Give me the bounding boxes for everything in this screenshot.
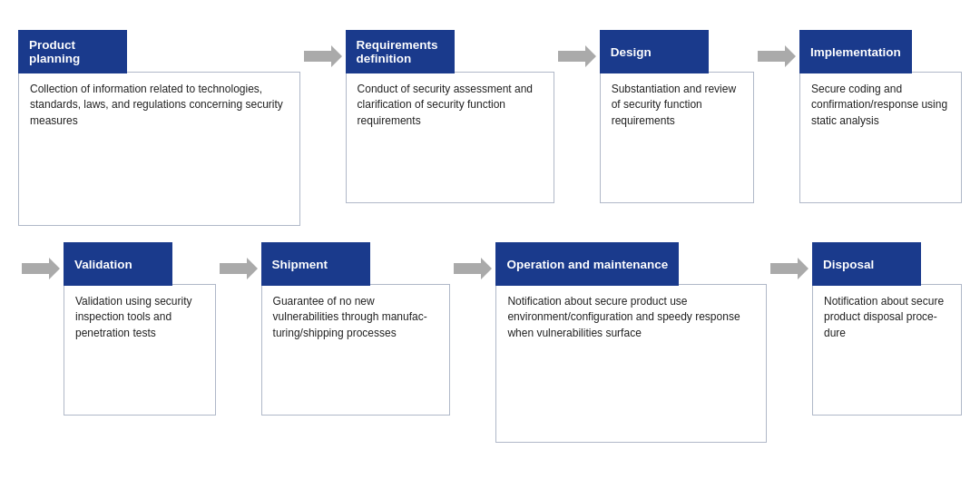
arrow-3 <box>754 30 799 72</box>
stage-validation: Validation Validation using security ins… <box>64 242 216 416</box>
stage-title-operation: Operation and maintenance <box>495 242 679 286</box>
desc-validation: Validation using security inspection too… <box>64 284 216 416</box>
stage-title-requirements: Requirementsdefinition <box>346 30 455 73</box>
desc-disposal: Notification about secure product dispos… <box>812 284 962 416</box>
arrow-icon-3 <box>756 41 798 72</box>
desc-operation: Notification about secure product use en… <box>495 284 767 443</box>
arrow-icon-6 <box>452 253 494 284</box>
arrow-icon-5 <box>218 253 260 284</box>
stage-title-shipment: Shipment <box>261 242 370 286</box>
desc-implementation: Secure coding and confirmation/re­sponse… <box>799 72 962 203</box>
svg-marker-5 <box>454 258 492 279</box>
arrow-5 <box>216 242 261 284</box>
stage-implementation: Implementation Secure coding and confirm… <box>799 30 962 203</box>
arrow-lead <box>18 242 64 284</box>
svg-marker-6 <box>770 258 808 279</box>
stage-product-planning: Productplanning Collection of informatio… <box>18 30 300 226</box>
desc-shipment: Guarantee of no new vulnerabilities thro… <box>261 284 451 416</box>
svg-marker-4 <box>220 258 258 279</box>
svg-marker-1 <box>558 45 596 67</box>
diagram: Productplanning Collection of informatio… <box>9 21 971 468</box>
arrow-icon-7 <box>769 253 810 284</box>
stage-requirements: Requirementsdefinition Conduct of securi… <box>346 30 554 203</box>
svg-marker-0 <box>304 45 342 67</box>
stage-operation: Operation and maintenance Notification a… <box>495 242 767 443</box>
desc-product-planning: Collection of information related to tec… <box>18 72 300 226</box>
stage-disposal: Disposal Notification about secure produ… <box>812 242 962 416</box>
arrow-icon-2 <box>556 41 598 72</box>
arrow-2 <box>554 30 600 72</box>
stage-title-disposal: Disposal <box>812 242 921 286</box>
arrow-7 <box>767 242 812 284</box>
arrow-icon-1 <box>302 41 344 72</box>
arrow-6 <box>450 242 495 284</box>
svg-marker-2 <box>758 45 796 67</box>
stage-title-validation: Validation <box>64 242 172 286</box>
stage-title-product-planning: Productplanning <box>18 30 127 73</box>
row-2: Validation Validation using security ins… <box>18 242 962 443</box>
stage-shipment: Shipment Guarantee of no new vulnerabili… <box>261 242 451 416</box>
row-1: Productplanning Collection of informatio… <box>18 30 962 226</box>
desc-requirements: Conduct of security assessment and clari… <box>346 72 554 203</box>
svg-marker-3 <box>22 258 60 279</box>
arrow-icon-lead <box>20 253 62 284</box>
arrow-1 <box>300 30 346 72</box>
stage-design: Design Substantiation and review of secu… <box>600 30 754 203</box>
stage-title-implementation: Implementation <box>799 30 912 73</box>
stage-title-design: Design <box>600 30 709 73</box>
desc-design: Substantiation and review of security fu… <box>600 72 754 203</box>
